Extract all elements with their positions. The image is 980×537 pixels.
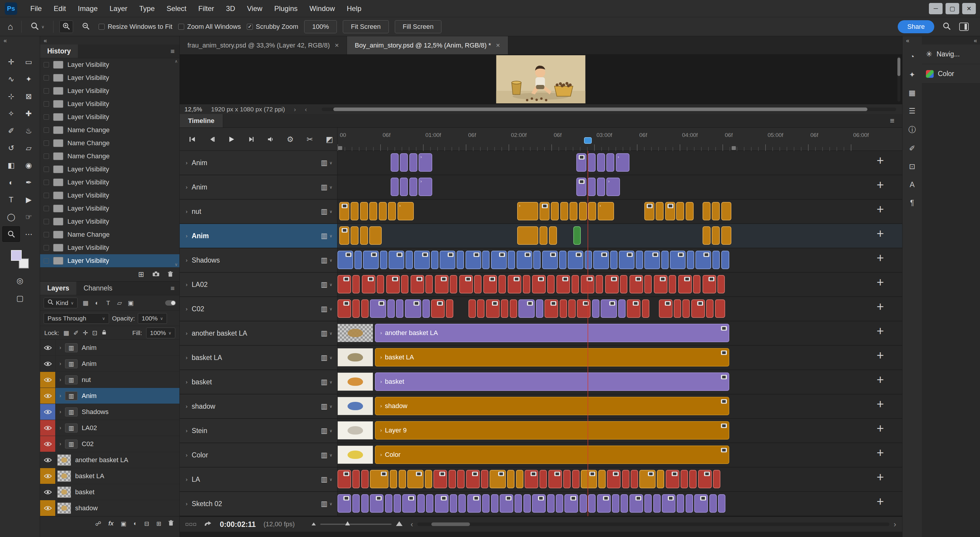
timeline-clip[interactable] bbox=[592, 299, 600, 318]
brush-settings-panel-icon[interactable]: ✐ bbox=[906, 144, 918, 153]
timeline-clip[interactable]: › bbox=[398, 202, 414, 220]
play-button[interactable] bbox=[226, 133, 237, 146]
timeline-clip[interactable] bbox=[612, 494, 619, 513]
audio-toggle-button[interactable] bbox=[265, 133, 276, 146]
layer-visibility-eye-icon[interactable] bbox=[40, 340, 56, 356]
timeline-clip[interactable] bbox=[500, 494, 513, 513]
timeline-clip[interactable] bbox=[410, 275, 424, 294]
layer-visibility-eye-icon[interactable] bbox=[40, 372, 56, 388]
scrubby-zoom-checkbox[interactable]: Scrubby Zoom bbox=[247, 23, 298, 30]
timeline-clip[interactable] bbox=[610, 251, 617, 269]
track-content[interactable]: ›shadow+ bbox=[337, 394, 902, 418]
layer-row[interactable]: ›▥Anim bbox=[40, 356, 180, 372]
history-state[interactable]: Layer Visibility bbox=[40, 97, 180, 111]
track-content[interactable]: ››+ bbox=[337, 151, 902, 175]
info-panel-icon[interactable]: ⓘ bbox=[906, 125, 918, 135]
timeline-clip[interactable] bbox=[630, 494, 643, 513]
timeline-clip[interactable] bbox=[517, 251, 532, 269]
tab-channels[interactable]: Channels bbox=[76, 281, 119, 295]
track-options-dropdown[interactable]: ▥∨ bbox=[321, 451, 332, 459]
track-thumbnail[interactable] bbox=[337, 372, 373, 391]
work-area-start-marker[interactable] bbox=[338, 146, 342, 150]
timeline-clip[interactable] bbox=[571, 275, 579, 294]
timeline-clip[interactable] bbox=[386, 275, 400, 294]
layer-visibility-eye-icon[interactable] bbox=[40, 452, 56, 468]
tab-timeline[interactable]: Timeline bbox=[180, 114, 223, 127]
layer-visibility-eye-icon[interactable] bbox=[40, 500, 56, 516]
add-media-button[interactable]: + bbox=[877, 276, 884, 289]
timeline-clip[interactable] bbox=[510, 299, 517, 318]
timeline-clip[interactable] bbox=[620, 494, 628, 513]
track-content[interactable]: + bbox=[337, 273, 902, 296]
filter-icon[interactable]: ▱ bbox=[115, 298, 124, 308]
next-frame-button[interactable] bbox=[246, 133, 256, 146]
timeline-clip[interactable] bbox=[551, 202, 559, 220]
lock-artboard-icon[interactable]: ⊡ bbox=[92, 329, 97, 337]
timeline-clip[interactable] bbox=[361, 470, 369, 488]
crop-tool[interactable]: ⊹ bbox=[2, 89, 20, 104]
timeline-clip[interactable] bbox=[406, 251, 413, 269]
timeline-clip[interactable] bbox=[644, 202, 654, 220]
close-icon[interactable]: ✕ bbox=[334, 42, 339, 49]
ellipse-tool[interactable]: ◯ bbox=[2, 209, 20, 224]
timeline-clip[interactable] bbox=[605, 275, 619, 294]
zoom-out-button[interactable] bbox=[79, 21, 93, 33]
timeline-clip[interactable] bbox=[642, 299, 649, 318]
add-media-button[interactable]: + bbox=[877, 203, 884, 216]
history-source-checkbox[interactable] bbox=[44, 127, 49, 133]
history-source-checkbox[interactable] bbox=[44, 101, 49, 106]
timeline-clip[interactable] bbox=[559, 251, 566, 269]
timeline-clip[interactable] bbox=[622, 470, 630, 488]
timeline-clip[interactable] bbox=[706, 299, 714, 318]
swatches-panel-icon[interactable]: ✦ bbox=[906, 70, 918, 79]
collapse-panel-icon[interactable]: « bbox=[902, 36, 909, 44]
menu-select[interactable]: Select bbox=[161, 2, 192, 15]
timeline-clip[interactable] bbox=[588, 178, 596, 196]
timeline-clip[interactable] bbox=[361, 494, 369, 513]
timeline-clip[interactable] bbox=[440, 251, 455, 269]
track-thumbnail[interactable] bbox=[337, 445, 373, 464]
zoom-all-windows-checkbox[interactable]: Zoom All Windows bbox=[178, 23, 241, 30]
timeline-clip[interactable] bbox=[721, 226, 731, 245]
timeline-clip[interactable] bbox=[388, 251, 404, 269]
search-icon[interactable] bbox=[943, 22, 951, 32]
close-icon[interactable]: ✕ bbox=[496, 42, 500, 49]
layer-visibility-eye-icon[interactable] bbox=[40, 356, 56, 372]
timeline-clip[interactable]: › bbox=[606, 178, 620, 196]
playhead-marker[interactable] bbox=[584, 137, 592, 144]
layer-visibility-eye-icon[interactable] bbox=[40, 484, 56, 500]
history-source-checkbox[interactable] bbox=[44, 193, 49, 198]
foreground-color-swatch[interactable] bbox=[11, 250, 22, 261]
timeline-clip[interactable] bbox=[693, 275, 700, 294]
history-state[interactable]: Layer Visibility bbox=[40, 163, 180, 176]
add-media-button[interactable]: + bbox=[877, 252, 884, 264]
track-options-dropdown[interactable]: ▥∨ bbox=[321, 500, 332, 508]
timeline-bar-clip[interactable]: ›another basket LA bbox=[375, 324, 729, 342]
layer-visibility-eye-icon[interactable] bbox=[40, 388, 56, 404]
timeline-clip[interactable] bbox=[655, 202, 663, 220]
layer-thumbnail[interactable] bbox=[57, 486, 71, 498]
new-document-from-state-icon[interactable]: ⊞ bbox=[138, 270, 144, 279]
timeline-clip[interactable] bbox=[570, 202, 578, 220]
timeline-clip[interactable] bbox=[337, 251, 353, 269]
chevron-right-icon[interactable]: › bbox=[186, 500, 188, 507]
layer-visibility-eye-icon[interactable] bbox=[40, 420, 56, 436]
layer-row[interactable]: basket LA bbox=[40, 468, 180, 484]
timeline-clip[interactable] bbox=[573, 226, 581, 245]
track-header[interactable]: ›Anim▥∨ bbox=[180, 224, 337, 248]
menu-3d[interactable]: 3D bbox=[220, 2, 241, 15]
menu-view[interactable]: View bbox=[241, 2, 269, 15]
timeline-clip[interactable] bbox=[560, 299, 567, 318]
timeline-ruler[interactable]: 0006f01:00f06f02:00f06f03:00f06f04:00f06… bbox=[337, 128, 902, 151]
dodge-tool[interactable]: ◐ bbox=[2, 175, 20, 190]
track-header[interactable]: ›another basket LA▥∨ bbox=[180, 321, 337, 345]
timeline-clip[interactable] bbox=[662, 494, 676, 513]
history-source-checkbox[interactable] bbox=[44, 245, 49, 250]
timeline-clip[interactable] bbox=[547, 275, 555, 294]
timeline-clip[interactable] bbox=[712, 226, 720, 245]
edit-toolbar[interactable]: ⋯ bbox=[20, 226, 37, 242]
timeline-clip[interactable] bbox=[425, 470, 432, 488]
timeline-clip[interactable] bbox=[425, 275, 433, 294]
timeline-clip[interactable] bbox=[379, 202, 387, 220]
timeline-clip[interactable] bbox=[598, 470, 606, 488]
